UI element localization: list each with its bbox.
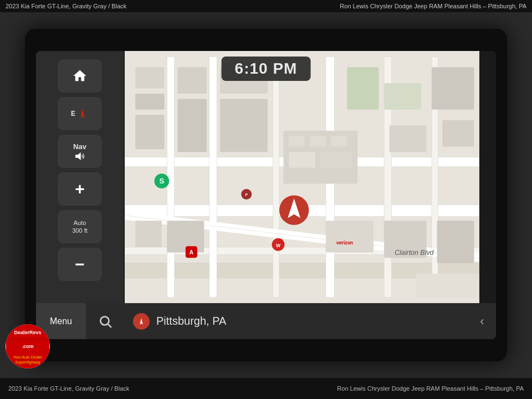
svg-marker-50 bbox=[75, 152, 81, 160]
zoom-in-button[interactable]: + bbox=[58, 172, 102, 206]
screen-wrapper: 6:10 PM bbox=[25, 29, 507, 361]
menu-label: Menu bbox=[50, 316, 72, 326]
compass-label: E bbox=[71, 110, 75, 117]
top-bar-dealer: Ron Lewis Chrysler Dodge Jeep RAM Pleasa… bbox=[340, 3, 526, 9]
svg-rect-21 bbox=[289, 136, 305, 146]
svg-marker-49 bbox=[80, 109, 84, 119]
watermark-domain: .com bbox=[22, 344, 33, 349]
svg-rect-23 bbox=[331, 136, 347, 146]
top-bar: 2023 Kia Forte GT-Line, Gravity Gray / B… bbox=[0, 0, 532, 12]
left-sidebar: E Nav + bbox=[36, 51, 124, 303]
svg-rect-33 bbox=[326, 221, 374, 252]
home-button[interactable] bbox=[58, 59, 102, 93]
svg-rect-13 bbox=[135, 67, 165, 88]
minus-label: − bbox=[75, 256, 85, 273]
next-arrow-button[interactable]: ‹ bbox=[468, 303, 496, 339]
svg-rect-15 bbox=[135, 115, 165, 149]
svg-text:P: P bbox=[245, 193, 248, 197]
svg-point-51 bbox=[100, 316, 109, 325]
svg-rect-25 bbox=[320, 152, 352, 168]
auto-label: Auto300 ft bbox=[72, 219, 88, 235]
svg-rect-28 bbox=[390, 125, 427, 152]
svg-rect-16 bbox=[178, 67, 207, 94]
svg-rect-29 bbox=[432, 67, 474, 109]
location-text: Pittsburgh, PA bbox=[156, 315, 226, 328]
watermark-tagline: Your Auto DealerSuperHighway bbox=[13, 355, 43, 365]
svg-text:verizon: verizon bbox=[336, 240, 353, 245]
svg-rect-17 bbox=[178, 99, 207, 152]
svg-rect-27 bbox=[384, 83, 421, 110]
scale-button[interactable]: Auto300 ft bbox=[58, 210, 102, 243]
map-svg: S P W verizon A Clairton Blvd bbox=[125, 51, 479, 303]
compass-button[interactable]: E bbox=[58, 97, 102, 130]
svg-line-52 bbox=[108, 324, 111, 327]
footer-title: 2023 Kia Forte GT-Line, Gravity Gray / B… bbox=[8, 385, 129, 392]
location-arrow-icon bbox=[133, 313, 150, 330]
svg-rect-22 bbox=[310, 136, 326, 146]
watermark-logo: DealerRevs .com Your Auto DealerSuperHig… bbox=[6, 324, 50, 369]
svg-rect-7 bbox=[273, 57, 279, 298]
speaker-icon bbox=[74, 152, 86, 161]
chevron-right-icon: ‹ bbox=[480, 314, 484, 329]
infotainment-screen: 6:10 PM bbox=[36, 51, 496, 339]
svg-rect-6 bbox=[209, 57, 217, 298]
watermark: DealerRevs .com Your Auto DealerSuperHig… bbox=[6, 324, 50, 369]
svg-rect-19 bbox=[220, 99, 268, 152]
map-area: S P W verizon A Clairton Blvd bbox=[125, 51, 479, 303]
home-icon bbox=[72, 68, 88, 84]
svg-text:A: A bbox=[190, 249, 194, 255]
svg-rect-26 bbox=[347, 67, 378, 109]
nav-label: Nav bbox=[73, 142, 86, 151]
svg-rect-24 bbox=[289, 152, 315, 168]
svg-rect-31 bbox=[135, 221, 162, 247]
nav-button[interactable]: Nav bbox=[58, 135, 102, 168]
search-icon bbox=[98, 314, 112, 329]
svg-text:S: S bbox=[159, 177, 164, 185]
nav-arrow-icon bbox=[137, 317, 146, 326]
svg-text:Clairton Blvd: Clairton Blvd bbox=[395, 249, 434, 257]
search-button[interactable] bbox=[86, 303, 125, 339]
main-content: 6:10 PM bbox=[0, 12, 532, 378]
compass-arrow-icon bbox=[76, 108, 89, 120]
footer-dealer: Ron Lewis Chrysler Dodge Jeep RAM Pleasa… bbox=[337, 385, 524, 392]
time-display: 6:10 PM bbox=[222, 57, 311, 81]
svg-rect-36 bbox=[416, 274, 479, 298]
bottom-footer: 2023 Kia Forte GT-Line, Gravity Gray / B… bbox=[0, 378, 532, 399]
zoom-out-button[interactable]: − bbox=[58, 248, 102, 281]
svg-rect-14 bbox=[135, 94, 165, 110]
bottom-bar: Menu Pittsburgh, PA bbox=[36, 303, 496, 339]
location-bar: Pittsburgh, PA bbox=[125, 303, 468, 339]
svg-rect-5 bbox=[167, 57, 174, 298]
svg-rect-35 bbox=[437, 221, 474, 263]
svg-rect-30 bbox=[442, 120, 474, 147]
watermark-brand: DealerRevs bbox=[14, 330, 41, 335]
svg-marker-53 bbox=[140, 318, 142, 325]
top-bar-title: 2023 Kia Forte GT-Line, Gravity Gray / B… bbox=[6, 3, 126, 9]
svg-rect-32 bbox=[167, 221, 204, 252]
svg-text:W: W bbox=[276, 243, 281, 248]
plus-label: + bbox=[75, 181, 85, 197]
